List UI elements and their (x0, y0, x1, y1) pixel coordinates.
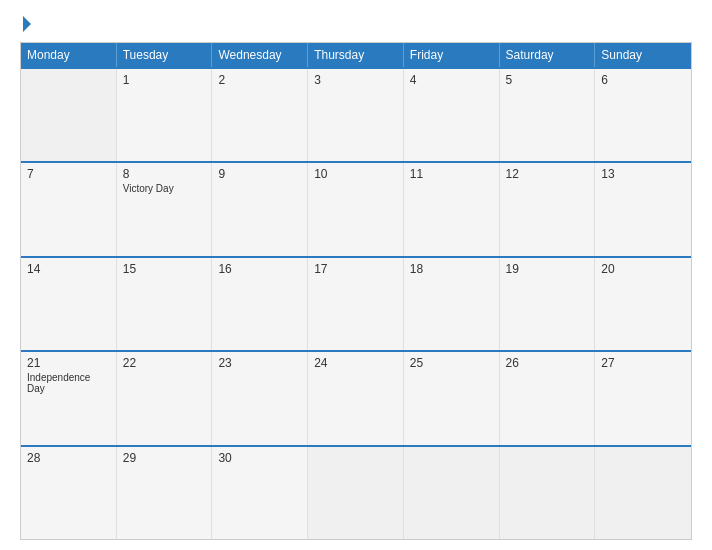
day-number: 9 (218, 167, 301, 181)
day-number: 19 (506, 262, 589, 276)
calendar-cell: 6 (595, 69, 691, 161)
day-number: 3 (314, 73, 397, 87)
day-number: 21 (27, 356, 110, 370)
calendar-cell: 9 (212, 163, 308, 255)
calendar-week: 123456 (21, 67, 691, 161)
day-number: 7 (27, 167, 110, 181)
calendar-week: 21Independence Day222324252627 (21, 350, 691, 444)
calendar-header-cell: Sunday (595, 43, 691, 67)
day-number: 14 (27, 262, 110, 276)
day-number: 2 (218, 73, 301, 87)
day-number: 15 (123, 262, 206, 276)
day-number: 27 (601, 356, 685, 370)
calendar-header-cell: Wednesday (212, 43, 308, 67)
calendar-cell: 2 (212, 69, 308, 161)
calendar-cell: 12 (500, 163, 596, 255)
day-number: 17 (314, 262, 397, 276)
calendar-header-cell: Tuesday (117, 43, 213, 67)
calendar-cell: 13 (595, 163, 691, 255)
calendar-cell (595, 447, 691, 539)
calendar-cell (404, 447, 500, 539)
day-number: 6 (601, 73, 685, 87)
calendar-header-row: MondayTuesdayWednesdayThursdayFridaySatu… (21, 43, 691, 67)
header (20, 18, 692, 32)
day-event: Independence Day (27, 372, 110, 394)
day-event: Victory Day (123, 183, 206, 194)
calendar-cell: 24 (308, 352, 404, 444)
day-number: 12 (506, 167, 589, 181)
logo-blue-text (20, 18, 31, 32)
calendar-cell: 1 (117, 69, 213, 161)
calendar-cell: 23 (212, 352, 308, 444)
calendar-cell: 19 (500, 258, 596, 350)
calendar-cell: 27 (595, 352, 691, 444)
day-number: 30 (218, 451, 301, 465)
day-number: 4 (410, 73, 493, 87)
calendar-cell: 30 (212, 447, 308, 539)
day-number: 20 (601, 262, 685, 276)
calendar-cell: 29 (117, 447, 213, 539)
day-number: 23 (218, 356, 301, 370)
calendar-cell: 11 (404, 163, 500, 255)
day-number: 22 (123, 356, 206, 370)
calendar-cell: 26 (500, 352, 596, 444)
calendar-cell: 10 (308, 163, 404, 255)
day-number: 1 (123, 73, 206, 87)
calendar-header-cell: Monday (21, 43, 117, 67)
calendar-grid: MondayTuesdayWednesdayThursdayFridaySatu… (20, 42, 692, 540)
day-number: 25 (410, 356, 493, 370)
day-number: 18 (410, 262, 493, 276)
calendar-header-cell: Friday (404, 43, 500, 67)
calendar-cell: 8Victory Day (117, 163, 213, 255)
calendar-week: 14151617181920 (21, 256, 691, 350)
calendar-cell: 20 (595, 258, 691, 350)
logo-triangle-icon (23, 16, 31, 32)
calendar-cell: 15 (117, 258, 213, 350)
day-number: 29 (123, 451, 206, 465)
calendar-cell: 14 (21, 258, 117, 350)
day-number: 10 (314, 167, 397, 181)
day-number: 16 (218, 262, 301, 276)
day-number: 24 (314, 356, 397, 370)
calendar-cell: 17 (308, 258, 404, 350)
calendar-cell: 3 (308, 69, 404, 161)
calendar-cell: 18 (404, 258, 500, 350)
day-number: 5 (506, 73, 589, 87)
calendar-cell: 22 (117, 352, 213, 444)
calendar-cell (308, 447, 404, 539)
calendar-cell: 16 (212, 258, 308, 350)
calendar-cell: 28 (21, 447, 117, 539)
logo (20, 18, 31, 32)
day-number: 28 (27, 451, 110, 465)
calendar-cell: 7 (21, 163, 117, 255)
calendar-cell: 25 (404, 352, 500, 444)
day-number: 26 (506, 356, 589, 370)
day-number: 13 (601, 167, 685, 181)
calendar-week: 282930 (21, 445, 691, 539)
calendar-body: 12345678Victory Day910111213141516171819… (21, 67, 691, 539)
calendar-cell (21, 69, 117, 161)
calendar-cell: 4 (404, 69, 500, 161)
calendar-week: 78Victory Day910111213 (21, 161, 691, 255)
calendar-header-cell: Saturday (500, 43, 596, 67)
calendar-header-cell: Thursday (308, 43, 404, 67)
day-number: 11 (410, 167, 493, 181)
calendar-cell (500, 447, 596, 539)
calendar-page: MondayTuesdayWednesdayThursdayFridaySatu… (0, 0, 712, 550)
calendar-cell: 21Independence Day (21, 352, 117, 444)
calendar-cell: 5 (500, 69, 596, 161)
day-number: 8 (123, 167, 206, 181)
